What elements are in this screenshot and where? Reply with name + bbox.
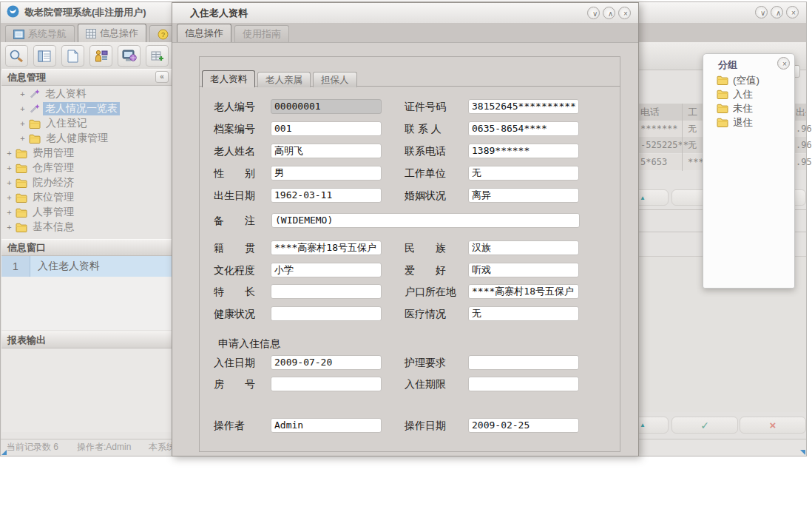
resize-grip[interactable] <box>1 450 7 455</box>
info-window-row[interactable]: 1入住老人资料 <box>1 256 172 277</box>
main-tab-2[interactable]: 信息操作 <box>78 24 146 42</box>
resident-info-dialog: 入住老人资料 ∨∧× 信息操作使用指南 老人资料老人亲属担保人 老人编号0000… <box>172 2 639 456</box>
group-item[interactable]: 未住 <box>703 101 794 115</box>
status-operator: 操作者:Admin <box>77 439 131 455</box>
tree-item[interactable]: +老人健康管理 <box>1 131 172 146</box>
tree-item[interactable]: +基本信息 <box>1 220 172 235</box>
window-roll-down-icon[interactable]: ∨ <box>755 6 768 18</box>
status-record-count: 当前记录数 6 <box>7 439 58 455</box>
toolbar-monitor-globe-button[interactable] <box>118 45 141 67</box>
group-panel-close-icon[interactable]: × <box>777 57 790 70</box>
dialog-title: 入住老人资料 <box>190 7 248 20</box>
expand-icon[interactable]: + <box>19 90 26 98</box>
form-input[interactable] <box>468 377 579 391</box>
confirm-button[interactable]: ✓ <box>671 417 738 434</box>
tree-item[interactable]: +院办经济 <box>1 175 172 190</box>
confirm-icon: ✓ <box>700 420 709 431</box>
dialog-tab-1[interactable]: 信息操作 <box>177 24 231 42</box>
coin-icon: ? <box>158 29 169 40</box>
form-label: 联 系 人 <box>405 121 441 137</box>
toolbar-document-button[interactable] <box>61 45 84 67</box>
form-input[interactable] <box>468 355 579 370</box>
dialog-tab-2[interactable]: 使用指南 <box>234 25 289 42</box>
form-label: 护理要求 <box>405 355 446 371</box>
expand-icon[interactable]: + <box>6 223 13 232</box>
form-input[interactable]: 1962-03-11 <box>271 188 382 203</box>
group-item[interactable]: 退住 <box>703 115 794 129</box>
form-input[interactable] <box>271 377 382 391</box>
window-close-icon[interactable]: × <box>786 6 799 18</box>
tree-item-label: 入住登记 <box>44 117 89 130</box>
inner-tab-3[interactable]: 担保人 <box>313 72 357 87</box>
table-header-cell: 电话 <box>640 104 660 121</box>
tab-label: 使用指南 <box>243 27 281 41</box>
tree-item[interactable]: +费用管理 <box>1 146 172 161</box>
tree-item[interactable]: +床位管理 <box>1 190 172 205</box>
table-header-cell: 出生 <box>796 104 806 121</box>
inner-tab-1[interactable]: 老人资料 <box>202 70 255 87</box>
form-label: 联系电话 <box>405 144 446 159</box>
table-icon <box>38 50 52 62</box>
toolbar-search-button[interactable] <box>5 45 28 67</box>
cancel-button[interactable]: × <box>740 417 806 434</box>
tree-item[interactable]: +人事管理 <box>1 205 172 220</box>
form-input[interactable]: (WIDEMEMO) <box>271 213 580 228</box>
expand-icon[interactable]: + <box>6 178 13 187</box>
form-label: 爱 好 <box>405 263 446 278</box>
toolbar-person-chart-button[interactable] <box>89 45 112 67</box>
form-input[interactable]: 38152645********** <box>468 99 579 114</box>
form-input[interactable] <box>271 284 382 299</box>
form-label: 档案编号 <box>214 121 255 137</box>
expand-icon[interactable]: + <box>19 104 26 113</box>
resize-grip[interactable] <box>800 450 805 455</box>
form-label: 出生日期 <box>214 188 255 203</box>
form-input[interactable]: 无 <box>468 306 579 321</box>
group-item[interactable]: 入住 <box>703 87 794 101</box>
tree-item[interactable]: +老人资料 <box>1 87 172 101</box>
expand-icon[interactable]: + <box>19 134 26 143</box>
window-roll-up-icon[interactable]: ∧ <box>771 6 783 18</box>
sidebar-collapse-button[interactable]: « <box>155 71 169 83</box>
form-input[interactable]: 001 <box>271 121 382 136</box>
expand-icon[interactable]: + <box>6 149 13 158</box>
form-input[interactable]: Admin <box>271 418 382 433</box>
dialog-roll-up-icon[interactable]: ∧ <box>603 7 615 19</box>
form-input[interactable]: 2009-07-20 <box>271 355 382 370</box>
app-title: 敬老院管理系统(非注册用户) <box>24 6 146 19</box>
tree-item[interactable]: +仓库管理 <box>1 161 172 175</box>
folder-icon <box>717 104 728 113</box>
group-item[interactable]: (空值) <box>703 73 794 87</box>
form-input[interactable]: ****高寨村18号五保户 <box>468 284 579 299</box>
expand-icon[interactable]: + <box>6 208 13 217</box>
form-input[interactable]: 男 <box>271 166 382 181</box>
form-input[interactable]: ****高寨村18号五保户 <box>271 240 382 255</box>
form-input[interactable]: 无 <box>468 166 579 181</box>
toolbar-table-button[interactable] <box>33 45 56 67</box>
tree-item[interactable]: +老人情况一览表 <box>1 101 172 116</box>
form-input[interactable]: 汉族 <box>468 240 579 255</box>
document-icon <box>67 50 78 63</box>
inner-tab-2[interactable]: 老人亲属 <box>257 72 311 87</box>
folder-icon <box>16 223 27 232</box>
form-input[interactable]: 听戏 <box>468 263 579 277</box>
form-input[interactable]: 离异 <box>468 188 579 203</box>
form-input[interactable] <box>271 306 382 321</box>
tab-label: 系统导航 <box>28 27 67 41</box>
dialog-close-icon[interactable]: × <box>618 7 631 19</box>
tree-item[interactable]: +入住登记 <box>1 116 172 131</box>
dialog-roll-down-icon[interactable]: ∨ <box>587 7 600 19</box>
form-input[interactable]: 高明飞 <box>271 144 382 158</box>
expand-icon[interactable]: + <box>6 193 13 202</box>
folder-icon <box>16 208 27 218</box>
form-input[interactable]: 0635-8654**** <box>468 121 579 136</box>
expand-icon[interactable]: + <box>19 119 26 128</box>
form-row: 档案编号001联 系 人0635-8654**** <box>172 121 640 138</box>
main-tab-1[interactable]: 系统导航 <box>5 25 75 42</box>
sidebar-section-report-output: 报表输出 <box>1 331 177 348</box>
form-input[interactable]: 2009-02-25 <box>468 418 579 433</box>
sidebar: 信息管理 « +老人资料+老人情况一览表+入住登记+老人健康管理+费用管理+仓库… <box>1 69 172 439</box>
toolbar-db-add-button[interactable] <box>146 45 169 67</box>
form-input[interactable]: 1389****** <box>468 144 579 158</box>
expand-icon[interactable]: + <box>6 164 13 172</box>
form-input[interactable]: 小学 <box>271 263 382 277</box>
